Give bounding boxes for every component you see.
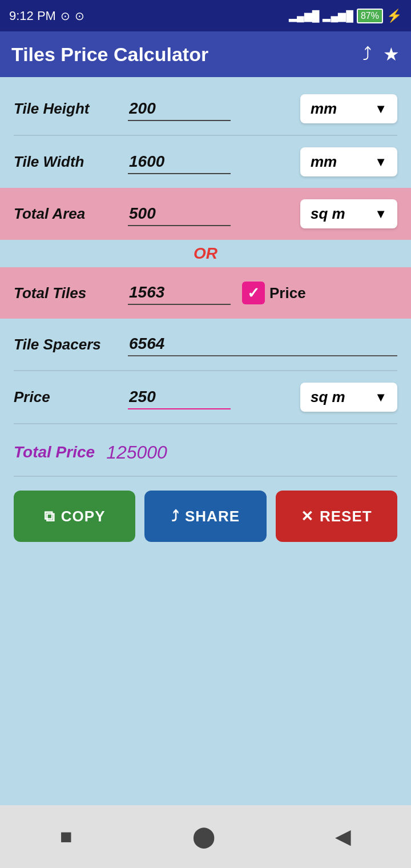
dropdown-arrow-icon4: ▼ — [374, 390, 387, 405]
tile-height-input-area: mm ▼ — [128, 94, 397, 123]
dropdown-arrow-icon2: ▼ — [374, 155, 387, 170]
price-checkbox[interactable]: ✓ — [242, 282, 265, 304]
circle-icon2: ⊙ — [75, 9, 84, 23]
price-label: Price — [14, 388, 128, 406]
status-bar: 9:12 PM ⊙ ⊙ ▂▄▆█ ▂▄▆█ 87% ⚡ — [0, 0, 411, 31]
total-price-row: Total Price 125000 — [0, 424, 411, 476]
buttons-row: ⧉ COPY ⤴ SHARE ✕ RESET — [0, 477, 411, 559]
tile-width-input[interactable] — [128, 150, 231, 174]
tile-width-unit-dropdown[interactable]: mm ▼ — [300, 147, 397, 176]
total-area-input-area: sq m ▼ — [128, 199, 397, 228]
share-button[interactable]: ⤴ SHARE — [144, 491, 266, 542]
tile-width-input-area: mm ▼ — [128, 147, 397, 176]
share-icon-btn: ⤴ — [171, 508, 179, 525]
reset-button[interactable]: ✕ RESET — [276, 491, 397, 542]
share-icon[interactable]: ⤴ — [362, 44, 372, 65]
price-unit-value: sq m — [311, 388, 345, 406]
dropdown-arrow-icon3: ▼ — [374, 207, 387, 222]
dropdown-arrow-icon: ▼ — [374, 102, 387, 116]
copy-icon: ⧉ — [44, 508, 55, 525]
price-input[interactable] — [128, 385, 231, 409]
or-label: OR — [194, 244, 217, 263]
checkmark-icon: ✓ — [247, 284, 260, 302]
app-bar-icons: ⤴ ★ — [362, 43, 400, 65]
total-tiles-row: Total Tiles ✓ Price — [0, 267, 411, 319]
time: 9:12 PM — [9, 9, 56, 23]
status-left: 9:12 PM ⊙ ⊙ — [9, 9, 84, 23]
home-icon[interactable]: ⬤ — [192, 825, 215, 849]
tile-spacers-row: Tile Spacers — [0, 319, 411, 370]
price-unit-dropdown[interactable]: sq m ▼ — [300, 383, 397, 412]
tile-height-label: Tile Height — [14, 100, 128, 118]
total-tiles-label: Total Tiles — [14, 284, 128, 302]
share-label: SHARE — [185, 508, 240, 525]
tile-width-unit-value: mm — [311, 153, 337, 171]
tile-width-label: Tile Width — [14, 153, 128, 171]
back-icon[interactable]: ◀ — [335, 825, 351, 849]
spacer — [0, 559, 411, 673]
total-area-unit-value: sq m — [311, 205, 345, 223]
total-price-value: 125000 — [106, 442, 167, 463]
reset-label: RESET — [320, 508, 372, 525]
tile-height-unit-value: mm — [311, 100, 337, 118]
copy-label: COPY — [61, 508, 106, 525]
star-icon[interactable]: ★ — [383, 43, 400, 65]
tile-height-input[interactable] — [128, 97, 231, 121]
total-area-label: Total Area — [14, 205, 128, 223]
total-area-unit-dropdown[interactable]: sq m ▼ — [300, 199, 397, 228]
total-price-label: Total Price — [14, 443, 95, 461]
price-checkbox-text: Price — [269, 284, 306, 302]
nav-bar: ■ ⬤ ◀ — [0, 805, 411, 868]
tile-spacers-input[interactable] — [128, 332, 397, 356]
app-bar: Tiles Price Calculator ⤴ ★ — [0, 31, 411, 77]
price-input-area: sq m ▼ — [128, 383, 397, 412]
copy-button[interactable]: ⧉ COPY — [14, 491, 135, 542]
total-tiles-input[interactable] — [128, 281, 231, 305]
price-input-wrapper — [128, 385, 231, 409]
app-title: Tiles Price Calculator — [11, 43, 208, 66]
tile-spacers-label: Tile Spacers — [14, 336, 128, 353]
battery-indicator: 87% — [357, 9, 383, 23]
tile-spacers-input-area — [128, 332, 397, 356]
signal-icon: ▂▄▆█ — [289, 10, 320, 22]
signal-icon2: ▂▄▆█ — [323, 10, 353, 22]
content-area: Tile Height mm ▼ Tile Width mm ▼ Total A… — [0, 77, 411, 805]
total-tiles-input-area: ✓ Price — [128, 281, 397, 305]
bolt-icon: ⚡ — [386, 9, 402, 23]
circle-icon: ⊙ — [61, 9, 70, 23]
total-area-input[interactable] — [128, 202, 231, 226]
x-icon: ✕ — [301, 508, 314, 525]
price-row: Price sq m ▼ — [0, 371, 411, 423]
tile-height-row: Tile Height mm ▼ — [0, 83, 411, 135]
square-icon[interactable]: ■ — [60, 825, 72, 849]
tile-width-row: Tile Width mm ▼ — [0, 136, 411, 188]
or-row: OR — [0, 240, 411, 267]
status-right: ▂▄▆█ ▂▄▆█ 87% ⚡ — [289, 9, 402, 23]
tile-height-unit-dropdown[interactable]: mm ▼ — [300, 94, 397, 123]
total-area-row: Total Area sq m ▼ — [0, 188, 411, 240]
price-checkbox-label[interactable]: ✓ Price — [242, 282, 306, 304]
